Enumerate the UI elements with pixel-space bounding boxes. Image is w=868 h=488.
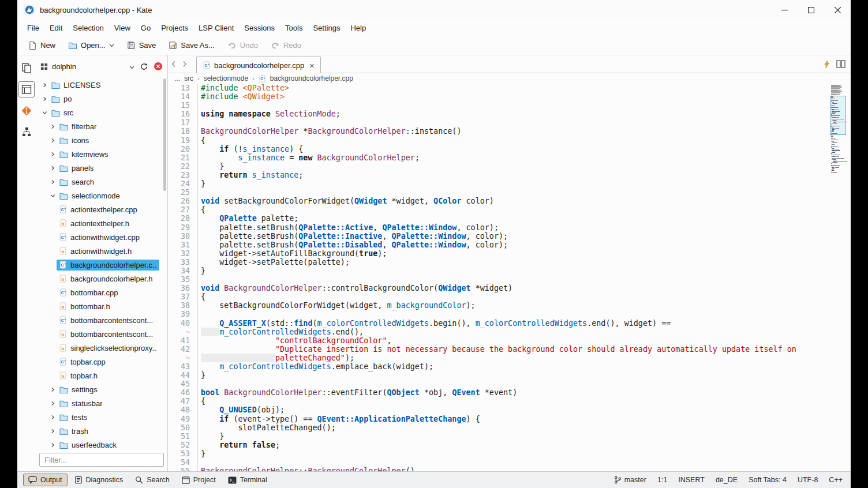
code-line[interactable] (201, 118, 851, 127)
code-view[interactable]: 1314151617181920212223242526272829303132… (168, 84, 851, 471)
code-line[interactable] (201, 458, 851, 467)
documents-icon[interactable] (18, 60, 35, 76)
save-button[interactable]: Save (122, 38, 162, 52)
code-line[interactable]: palette.setBrush(QPalette::Inactive, QPa… (201, 232, 851, 241)
expander-icon[interactable] (48, 136, 57, 145)
terminal-panel-button[interactable]: Terminal (223, 474, 272, 486)
open-dropdown-chevron-icon[interactable] (109, 44, 114, 47)
tree-scrollbar[interactable] (163, 78, 166, 191)
tab-close-icon[interactable]: × (309, 61, 315, 70)
code-line[interactable] (201, 101, 851, 110)
code-line[interactable]: paletteChanged"); (201, 354, 851, 362)
code-line[interactable] (201, 188, 851, 197)
tree-item-bottombar-h[interactable]: hbottombar.h (36, 299, 167, 313)
tab-width[interactable]: Soft Tabs: 4 (749, 476, 787, 484)
code-line[interactable]: palette.setBrush(QPalette::Disabled, QPa… (201, 241, 851, 249)
code-line[interactable]: bool BackgroundColorHelper::eventFilter(… (201, 388, 851, 397)
project-panel-button[interactable]: Project (177, 474, 221, 486)
redo-button[interactable]: Redo (265, 38, 306, 52)
new-button[interactable]: New (23, 38, 61, 53)
tree-item-bottombarcontentscont[interactable]: C+bottombarcontentscont... (36, 313, 167, 327)
tree-item-tests[interactable]: tests (36, 410, 167, 424)
code-line[interactable]: } (201, 432, 851, 441)
highlight-mode[interactable]: C++ (829, 476, 843, 484)
code-line[interactable]: slotPaletteChanged(); (201, 423, 851, 432)
open-button[interactable]: Open... (63, 38, 119, 52)
code-area[interactable]: #include <QPalette>#include <QWidget>usi… (198, 84, 851, 471)
code-line[interactable]: } (201, 449, 851, 458)
tree-item-src[interactable]: src (36, 106, 167, 119)
tree-item-actiontexthelper-cpp[interactable]: C+actiontexthelper.cpp (36, 202, 167, 216)
expander-icon[interactable] (48, 164, 57, 172)
menu-item-selection[interactable]: Selection (68, 21, 108, 35)
dictionary[interactable]: de_DE (716, 476, 738, 484)
tree-item-icons[interactable]: icons (36, 133, 167, 147)
projects-icon[interactable] (18, 81, 35, 97)
chevron-down-icon[interactable] (129, 62, 134, 71)
maximize-button[interactable] (798, 0, 824, 20)
output-panel-button[interactable]: Output (23, 474, 68, 486)
code-line[interactable]: s_instance = new BackgroundColorHelper; (201, 153, 851, 162)
git-branch-indicator[interactable]: master (614, 476, 646, 484)
menu-item-settings[interactable]: Settings (308, 21, 345, 35)
menu-item-view[interactable]: View (109, 21, 136, 35)
tree-item-actiontexthelper-h[interactable]: hactiontexthelper.h (36, 216, 167, 230)
tab-backgroundcolorhelper-cpp[interactable]: C+ backgroundcolorhelper.cpp × (196, 57, 321, 73)
code-line[interactable]: void setBackgroundColorForWidget(QWidget… (201, 197, 851, 205)
code-line[interactable]: widget->setPalette(palette); (201, 258, 851, 266)
git-icon[interactable] (18, 103, 35, 119)
tree-item-actionwithwidget-h[interactable]: hactionwithwidget.h (36, 244, 167, 258)
code-line[interactable]: Q_ASSERT_X(std::find(m_colorControlledWi… (201, 319, 851, 328)
tree-item-settings[interactable]: settings (36, 382, 167, 396)
expander-icon[interactable] (40, 108, 49, 117)
code-line[interactable]: using namespace SelectionMode; (201, 110, 851, 118)
tree-item-topbar-cpp[interactable]: C+topbar.cpp (36, 355, 167, 369)
code-line[interactable]: if (!s_instance) { (201, 145, 851, 153)
expander-icon[interactable] (48, 192, 57, 200)
reload-project-button[interactable] (140, 62, 148, 71)
menu-item-lsp-client[interactable]: LSP Client (193, 21, 239, 35)
code-line[interactable]: m_colorControlledWidgets.end(), (201, 328, 851, 336)
quick-open-icon[interactable] (824, 60, 830, 69)
menu-item-sessions[interactable]: Sessions (239, 21, 280, 35)
tree-item-trash[interactable]: trash (36, 424, 167, 438)
menu-item-tools[interactable]: Tools (280, 21, 308, 35)
menu-item-go[interactable]: Go (136, 21, 156, 35)
code-line[interactable]: palette.setBrush(QPalette::Active, QPale… (201, 223, 851, 232)
code-line[interactable]: setBackgroundColorForWidget(widget, m_ba… (201, 301, 851, 310)
code-line[interactable]: if (event->type() == QEvent::Application… (201, 415, 851, 423)
breadcrumb-src[interactable]: src (184, 74, 193, 82)
code-line[interactable] (201, 380, 851, 388)
code-line[interactable]: } (201, 162, 851, 171)
code-line[interactable]: Q_UNUSED(obj); (201, 406, 851, 414)
split-view-icon[interactable] (836, 60, 845, 68)
tree-item-userfeedback[interactable]: userfeedback (36, 438, 167, 451)
tree-item-search[interactable]: search (36, 175, 167, 189)
expander-icon[interactable] (48, 441, 57, 449)
tree-item-bottombar-cpp[interactable]: C+bottombar.cpp (36, 286, 167, 299)
project-selector[interactable]: dolphin (40, 62, 134, 71)
tree-item-topbar-h[interactable]: htopbar.h (36, 369, 167, 382)
code-line[interactable] (201, 275, 851, 284)
code-line[interactable]: #include <QPalette> (201, 84, 851, 92)
code-line[interactable]: { (201, 136, 851, 145)
tree-item-panels[interactable]: panels (36, 161, 167, 175)
tree-item-filterbar[interactable]: filterbar (36, 119, 167, 133)
project-filter-input[interactable] (39, 453, 164, 467)
tree-item-selectionmode[interactable]: selectionmode (36, 189, 167, 202)
code-line[interactable]: } (201, 179, 851, 188)
tree-item-backgroundcolorhelper-c[interactable]: C+backgroundcolorhelper.c... (36, 258, 167, 272)
code-line[interactable]: m_colorControlledWidgets.emplace_back(wi… (201, 362, 851, 371)
history-forward-button[interactable] (179, 55, 190, 73)
tree-item-singleclickselectionproxy[interactable]: hsingleclickselectionproxy... (36, 341, 167, 355)
expander-icon[interactable] (48, 385, 57, 394)
expander-icon[interactable] (40, 81, 49, 89)
tree-item-licenses[interactable]: LICENSES (36, 78, 167, 92)
code-line[interactable]: BackgroundColorHelper::BackgroundColorHe… (201, 467, 851, 471)
code-line[interactable]: QPalette palette; (201, 214, 851, 223)
input-mode[interactable]: INSERT (678, 476, 705, 484)
tree-item-po[interactable]: po (36, 92, 167, 106)
breadcrumb-overflow[interactable]: ... (174, 74, 180, 82)
history-back-button[interactable] (168, 55, 179, 73)
code-line[interactable]: return false; (201, 441, 851, 449)
